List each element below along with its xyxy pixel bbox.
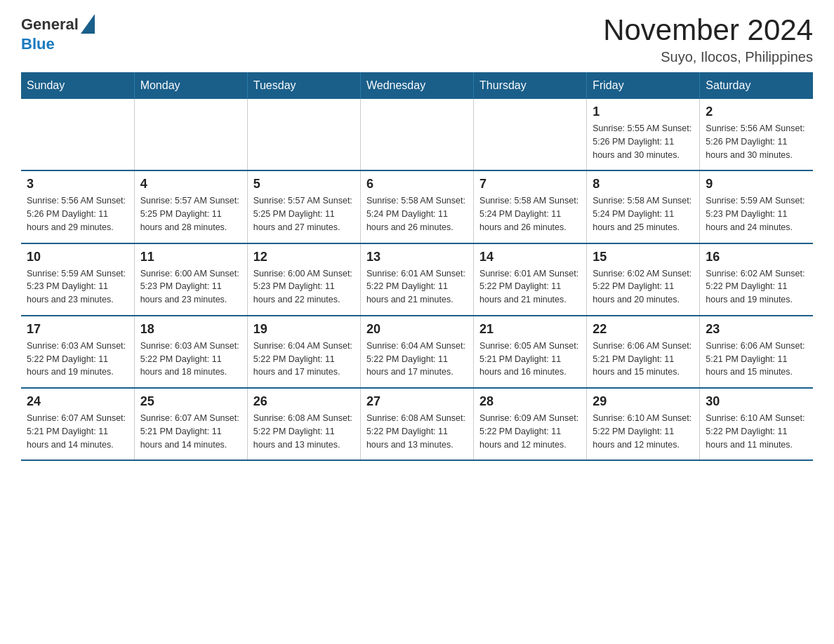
day-number: 26 [253, 394, 355, 409]
calendar-cell: 23Sunrise: 6:06 AM Sunset: 5:21 PM Dayli… [700, 316, 813, 388]
day-info: Sunrise: 6:05 AM Sunset: 5:21 PM Dayligh… [479, 340, 581, 379]
day-number: 20 [366, 322, 468, 337]
day-info: Sunrise: 6:00 AM Sunset: 5:23 PM Dayligh… [140, 267, 241, 307]
calendar-cell: 6Sunrise: 5:58 AM Sunset: 5:24 PM Daylig… [360, 170, 473, 243]
day-number: 25 [140, 394, 241, 409]
calendar-cell: 7Sunrise: 5:58 AM Sunset: 5:24 PM Daylig… [474, 170, 587, 243]
day-info: Sunrise: 6:10 AM Sunset: 5:22 PM Dayligh… [706, 412, 807, 451]
day-info: Sunrise: 5:58 AM Sunset: 5:24 PM Dayligh… [479, 194, 581, 234]
calendar-cell: 21Sunrise: 6:05 AM Sunset: 5:21 PM Dayli… [474, 316, 587, 388]
day-number: 14 [479, 250, 581, 264]
day-info: Sunrise: 6:10 AM Sunset: 5:22 PM Dayligh… [593, 412, 694, 451]
day-info: Sunrise: 5:57 AM Sunset: 5:25 PM Dayligh… [140, 194, 241, 234]
calendar-header-monday: Monday [134, 72, 247, 99]
calendar-week-row: 17Sunrise: 6:03 AM Sunset: 5:22 PM Dayli… [21, 316, 813, 388]
day-number: 27 [366, 394, 468, 409]
calendar-cell: 14Sunrise: 6:01 AM Sunset: 5:22 PM Dayli… [474, 243, 587, 316]
day-info: Sunrise: 6:07 AM Sunset: 5:21 PM Dayligh… [27, 412, 128, 451]
day-number: 13 [366, 250, 468, 264]
logo: General Blue [21, 14, 95, 53]
day-number: 21 [479, 322, 581, 337]
logo-blue-text: Blue [21, 35, 55, 53]
day-number: 28 [479, 394, 581, 409]
day-info: Sunrise: 6:08 AM Sunset: 5:22 PM Dayligh… [366, 412, 468, 451]
calendar-week-row: 10Sunrise: 5:59 AM Sunset: 5:23 PM Dayli… [21, 243, 813, 316]
day-number: 2 [706, 105, 807, 119]
calendar-cell [247, 99, 360, 170]
calendar-cell [474, 99, 587, 170]
day-number: 7 [479, 177, 581, 192]
calendar-cell [360, 99, 473, 170]
calendar-cell: 28Sunrise: 6:09 AM Sunset: 5:22 PM Dayli… [474, 388, 587, 460]
calendar-cell: 30Sunrise: 6:10 AM Sunset: 5:22 PM Dayli… [700, 388, 813, 460]
day-info: Sunrise: 5:57 AM Sunset: 5:25 PM Dayligh… [253, 194, 355, 234]
day-info: Sunrise: 6:07 AM Sunset: 5:21 PM Dayligh… [140, 412, 241, 451]
calendar-header-row: SundayMondayTuesdayWednesdayThursdayFrid… [21, 72, 813, 99]
day-number: 8 [593, 177, 694, 192]
calendar-cell: 9Sunrise: 5:59 AM Sunset: 5:23 PM Daylig… [700, 170, 813, 243]
day-number: 18 [140, 322, 241, 337]
calendar-cell: 22Sunrise: 6:06 AM Sunset: 5:21 PM Dayli… [587, 316, 700, 388]
calendar-cell [134, 99, 247, 170]
calendar-cell: 25Sunrise: 6:07 AM Sunset: 5:21 PM Dayli… [134, 388, 247, 460]
day-number: 3 [27, 177, 128, 192]
day-number: 10 [27, 250, 128, 264]
day-info: Sunrise: 6:09 AM Sunset: 5:22 PM Dayligh… [479, 412, 581, 451]
day-info: Sunrise: 6:08 AM Sunset: 5:22 PM Dayligh… [253, 412, 355, 451]
day-info: Sunrise: 5:55 AM Sunset: 5:26 PM Dayligh… [593, 122, 694, 161]
calendar-cell: 3Sunrise: 5:56 AM Sunset: 5:26 PM Daylig… [21, 170, 134, 243]
day-number: 15 [593, 250, 694, 264]
day-number: 19 [253, 322, 355, 337]
calendar-cell: 4Sunrise: 5:57 AM Sunset: 5:25 PM Daylig… [134, 170, 247, 243]
day-info: Sunrise: 5:56 AM Sunset: 5:26 PM Dayligh… [27, 194, 128, 234]
logo-general-text: General [21, 15, 79, 34]
day-number: 16 [706, 250, 807, 264]
day-number: 29 [593, 394, 694, 409]
calendar-cell: 27Sunrise: 6:08 AM Sunset: 5:22 PM Dayli… [360, 388, 473, 460]
calendar-week-row: 1Sunrise: 5:55 AM Sunset: 5:26 PM Daylig… [21, 99, 813, 170]
calendar-cell: 15Sunrise: 6:02 AM Sunset: 5:22 PM Dayli… [587, 243, 700, 316]
day-info: Sunrise: 6:06 AM Sunset: 5:21 PM Dayligh… [706, 340, 807, 379]
day-info: Sunrise: 5:59 AM Sunset: 5:23 PM Dayligh… [27, 267, 128, 307]
calendar-subtitle: Suyo, Ilocos, Philippines [603, 49, 813, 65]
day-info: Sunrise: 5:58 AM Sunset: 5:24 PM Dayligh… [366, 194, 468, 234]
calendar-cell: 24Sunrise: 6:07 AM Sunset: 5:21 PM Dayli… [21, 388, 134, 460]
day-info: Sunrise: 6:01 AM Sunset: 5:22 PM Dayligh… [479, 267, 581, 307]
day-number: 24 [27, 394, 128, 409]
calendar-header-friday: Friday [587, 72, 700, 99]
day-number: 1 [593, 105, 694, 119]
day-number: 6 [366, 177, 468, 192]
page-header: General Blue November 2024 Suyo, Ilocos,… [21, 14, 813, 65]
day-info: Sunrise: 6:00 AM Sunset: 5:23 PM Dayligh… [253, 267, 355, 307]
calendar-cell: 11Sunrise: 6:00 AM Sunset: 5:23 PM Dayli… [134, 243, 247, 316]
calendar-cell: 26Sunrise: 6:08 AM Sunset: 5:22 PM Dayli… [247, 388, 360, 460]
day-number: 5 [253, 177, 355, 192]
day-info: Sunrise: 5:58 AM Sunset: 5:24 PM Dayligh… [593, 194, 694, 234]
calendar-cell: 13Sunrise: 6:01 AM Sunset: 5:22 PM Dayli… [360, 243, 473, 316]
calendar-header-wednesday: Wednesday [360, 72, 473, 99]
logo-triangle-icon [81, 14, 95, 34]
day-info: Sunrise: 6:03 AM Sunset: 5:22 PM Dayligh… [27, 340, 128, 379]
day-info: Sunrise: 5:59 AM Sunset: 5:23 PM Dayligh… [706, 194, 807, 234]
day-info: Sunrise: 6:03 AM Sunset: 5:22 PM Dayligh… [140, 340, 241, 379]
calendar-cell: 12Sunrise: 6:00 AM Sunset: 5:23 PM Dayli… [247, 243, 360, 316]
calendar-header-thursday: Thursday [474, 72, 587, 99]
calendar-title: November 2024 [603, 14, 813, 46]
calendar-cell: 29Sunrise: 6:10 AM Sunset: 5:22 PM Dayli… [587, 388, 700, 460]
day-number: 4 [140, 177, 241, 192]
calendar-header-tuesday: Tuesday [247, 72, 360, 99]
day-info: Sunrise: 6:02 AM Sunset: 5:22 PM Dayligh… [593, 267, 694, 307]
day-number: 17 [27, 322, 128, 337]
day-number: 30 [706, 394, 807, 409]
calendar-cell: 19Sunrise: 6:04 AM Sunset: 5:22 PM Dayli… [247, 316, 360, 388]
day-number: 23 [706, 322, 807, 337]
calendar-header-saturday: Saturday [700, 72, 813, 99]
calendar-cell: 20Sunrise: 6:04 AM Sunset: 5:22 PM Dayli… [360, 316, 473, 388]
calendar-cell: 2Sunrise: 5:56 AM Sunset: 5:26 PM Daylig… [700, 99, 813, 170]
day-info: Sunrise: 6:02 AM Sunset: 5:22 PM Dayligh… [706, 267, 807, 307]
calendar-cell: 8Sunrise: 5:58 AM Sunset: 5:24 PM Daylig… [587, 170, 700, 243]
calendar-cell: 1Sunrise: 5:55 AM Sunset: 5:26 PM Daylig… [587, 99, 700, 170]
calendar-header-sunday: Sunday [21, 72, 134, 99]
title-section: November 2024 Suyo, Ilocos, Philippines [603, 14, 813, 65]
day-info: Sunrise: 6:04 AM Sunset: 5:22 PM Dayligh… [366, 340, 468, 379]
